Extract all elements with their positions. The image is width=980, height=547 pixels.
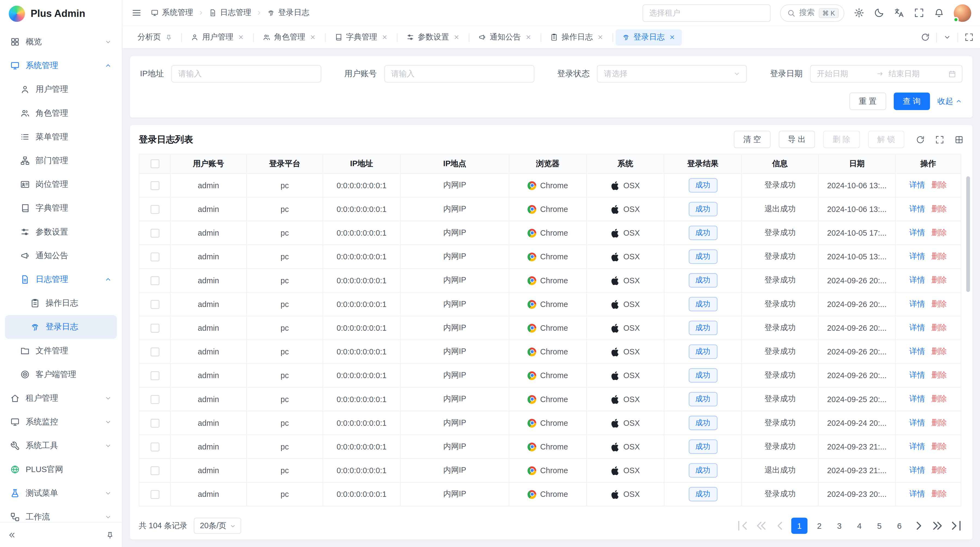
- sidebar-item-test-menu[interactable]: 测试菜单: [5, 482, 117, 505]
- detail-link[interactable]: 详情: [910, 394, 925, 403]
- detail-link[interactable]: 详情: [910, 252, 925, 261]
- tenant-input[interactable]: [642, 4, 770, 22]
- login-status-select[interactable]: 请选择: [597, 65, 747, 83]
- sidebar-item-log-mgmt[interactable]: 日志管理: [5, 268, 117, 291]
- sidebar-item-overview[interactable]: 概览: [5, 30, 117, 54]
- delete-link[interactable]: 删除: [931, 180, 947, 189]
- row-checkbox[interactable]: [150, 205, 159, 214]
- delete-link[interactable]: 删除: [931, 466, 947, 475]
- date-range-picker[interactable]: 开始日期 结束日期: [810, 65, 962, 83]
- export-button[interactable]: 导 出: [778, 131, 815, 148]
- detail-link[interactable]: 详情: [910, 418, 925, 427]
- row-checkbox[interactable]: [150, 348, 159, 356]
- tab-operation-log[interactable]: 操作日志: [543, 29, 609, 46]
- sidebar-item-system-tools[interactable]: 系统工具: [5, 434, 117, 458]
- sidebar-item-role-mgmt[interactable]: 角色管理: [5, 101, 117, 125]
- delete-link[interactable]: 删除: [931, 276, 947, 284]
- tenant-select[interactable]: [642, 4, 770, 22]
- pin-sidebar-icon[interactable]: [106, 530, 115, 539]
- row-checkbox[interactable]: [150, 252, 159, 261]
- sidebar-item-file-mgmt[interactable]: 文件管理: [5, 339, 117, 363]
- next-page-icon[interactable]: [911, 518, 926, 533]
- unlock-button[interactable]: 解 锁: [868, 131, 904, 148]
- column-settings-icon[interactable]: [955, 135, 964, 144]
- page-button-5[interactable]: 5: [871, 518, 888, 534]
- delete-link[interactable]: 删除: [931, 323, 947, 332]
- last-page-icon[interactable]: [949, 518, 964, 533]
- detail-link[interactable]: 详情: [910, 466, 925, 475]
- delete-link[interactable]: 删除: [931, 394, 947, 403]
- close-icon[interactable]: [453, 34, 460, 41]
- avatar[interactable]: [954, 4, 971, 22]
- page-button-3[interactable]: 3: [831, 518, 848, 534]
- page-button-2[interactable]: 2: [811, 518, 827, 534]
- row-checkbox[interactable]: [150, 395, 159, 404]
- tab-user-mgmt[interactable]: 用户管理: [184, 29, 250, 46]
- menu-toggle-icon[interactable]: [131, 8, 142, 18]
- delete-link[interactable]: 删除: [931, 347, 947, 356]
- reset-button[interactable]: 重 置: [850, 92, 886, 110]
- row-checkbox[interactable]: [150, 490, 159, 499]
- row-checkbox[interactable]: [150, 371, 159, 380]
- first-page-icon[interactable]: [735, 518, 750, 533]
- tab-analysis[interactable]: 分析页: [131, 29, 178, 46]
- account-input[interactable]: [384, 65, 535, 83]
- close-icon[interactable]: [597, 34, 603, 41]
- row-checkbox[interactable]: [150, 181, 159, 190]
- select-all-checkbox[interactable]: [150, 159, 159, 168]
- sidebar-item-user-mgmt[interactable]: 用户管理: [5, 78, 117, 101]
- sidebar-item-menu-mgmt[interactable]: 菜单管理: [5, 125, 117, 149]
- sidebar-item-system-mgmt[interactable]: 系统管理: [5, 54, 117, 77]
- close-icon[interactable]: [309, 34, 316, 41]
- translate-icon[interactable]: [894, 8, 904, 18]
- sidebar-item-plus-site[interactable]: PLUS官网: [5, 458, 117, 482]
- tab-options-chevron-icon[interactable]: [943, 33, 951, 41]
- row-checkbox[interactable]: [150, 300, 159, 309]
- detail-link[interactable]: 详情: [910, 442, 925, 451]
- delete-link[interactable]: 删除: [931, 418, 947, 427]
- fullscreen-icon[interactable]: [914, 8, 924, 18]
- maximize-content-icon[interactable]: [964, 32, 974, 41]
- delete-link[interactable]: 删除: [931, 490, 947, 498]
- sidebar-item-login-log[interactable]: 登录日志: [5, 315, 117, 339]
- tab-param-settings[interactable]: 参数设置: [399, 29, 466, 46]
- global-search[interactable]: 搜索 ⌘ K: [780, 4, 844, 22]
- detail-link[interactable]: 详情: [910, 180, 925, 189]
- close-icon[interactable]: [525, 34, 531, 41]
- ip-input[interactable]: [172, 65, 321, 83]
- row-checkbox[interactable]: [150, 324, 159, 332]
- logo-row[interactable]: Plus Admin: [0, 0, 122, 27]
- collapse-sidebar-button[interactable]: [8, 530, 16, 539]
- refresh-tabs-icon[interactable]: [921, 32, 930, 41]
- table-scrollbar-thumb[interactable]: [966, 176, 970, 292]
- jump-forward-icon[interactable]: [930, 518, 945, 533]
- page-size-select[interactable]: 20条/页: [194, 518, 241, 534]
- tab-dict-mgmt[interactable]: 字典管理: [328, 29, 394, 46]
- page-button-1[interactable]: 1: [791, 518, 808, 534]
- tab-login-log[interactable]: 登录日志: [615, 29, 681, 46]
- close-icon[interactable]: [381, 34, 388, 41]
- prev-page-icon[interactable]: [773, 518, 788, 533]
- close-icon[interactable]: [237, 34, 244, 41]
- settings-icon[interactable]: [854, 8, 864, 18]
- sidebar-item-tenant-mgmt[interactable]: 租户管理: [5, 386, 117, 410]
- delete-link[interactable]: 删除: [931, 228, 947, 237]
- sidebar-item-param-settings[interactable]: 参数设置: [5, 220, 117, 244]
- detail-link[interactable]: 详情: [910, 347, 925, 356]
- delete-link[interactable]: 删除: [931, 299, 947, 308]
- page-button-6[interactable]: 6: [891, 518, 908, 534]
- detail-link[interactable]: 详情: [910, 490, 925, 498]
- sidebar-item-operation-log[interactable]: 操作日志: [5, 291, 117, 315]
- sidebar-item-system-monitor[interactable]: 系统监控: [5, 410, 117, 434]
- fullscreen-table-icon[interactable]: [935, 135, 944, 144]
- close-icon[interactable]: [668, 34, 675, 41]
- detail-link[interactable]: 详情: [910, 204, 925, 213]
- sidebar-item-post-mgmt[interactable]: 岗位管理: [5, 172, 117, 196]
- delete-link[interactable]: 删除: [931, 442, 947, 451]
- row-checkbox[interactable]: [150, 276, 159, 285]
- pin-icon[interactable]: [165, 33, 172, 41]
- notifications-icon[interactable]: [934, 8, 944, 18]
- detail-link[interactable]: 详情: [910, 228, 925, 237]
- sidebar-item-workflow[interactable]: 工作流: [5, 505, 117, 522]
- jump-back-icon[interactable]: [754, 518, 769, 533]
